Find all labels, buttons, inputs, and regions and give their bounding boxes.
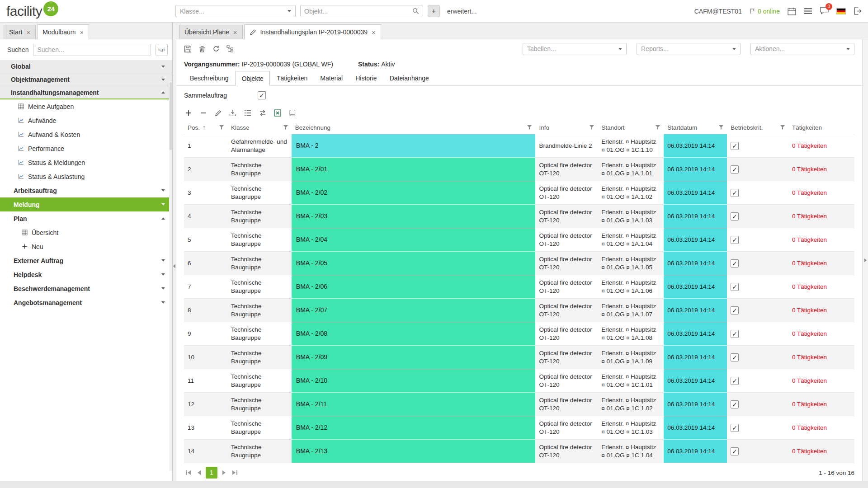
taetigkeiten-link[interactable]: 0 Tätigkeiten: [788, 275, 854, 298]
betriebskrit-checkbox[interactable]: ✓: [731, 165, 739, 174]
collapse-sidebar-icon[interactable]: [173, 264, 175, 268]
delete-button[interactable]: [198, 45, 206, 53]
taetigkeiten-link[interactable]: 0 Tätigkeiten: [788, 205, 854, 228]
detail-tab-tätigkeiten[interactable]: Tätigkeiten: [271, 71, 313, 85]
detail-tab-historie[interactable]: Historie: [349, 71, 382, 85]
objekt-searchbox[interactable]: [300, 5, 423, 17]
betriebskrit-checkbox[interactable]: ✓: [731, 283, 739, 291]
betriebskrit-checkbox[interactable]: ✓: [731, 212, 739, 221]
sidebar-tab-modulbaum[interactable]: Modulbaum×: [37, 24, 89, 39]
hierarchy-button[interactable]: [226, 45, 234, 52]
tree-item-plan[interactable]: Plan: [0, 211, 172, 225]
scrollbar-thumb[interactable]: [170, 82, 172, 150]
taetigkeiten-link[interactable]: 0 Tätigkeiten: [788, 393, 854, 416]
close-icon[interactable]: ×: [372, 28, 376, 36]
filter-icon[interactable]: [719, 125, 723, 130]
detail-tab-objekte[interactable]: Objekte: [236, 71, 270, 86]
language-flag-de-icon[interactable]: [836, 8, 846, 14]
first-page-button[interactable]: [184, 469, 193, 477]
detail-tab-material[interactable]: Material: [314, 71, 349, 85]
column-header-betriebskrit[interactable]: Betriebskrit.: [727, 121, 788, 134]
tree-item-meldung[interactable]: Meldung: [0, 197, 172, 211]
filter-icon[interactable]: [656, 125, 660, 130]
table-row[interactable]: 2Technische BaugruppeBMA - 2/01Optical f…: [184, 158, 854, 181]
tree-item-übersicht[interactable]: Übersicht: [0, 225, 172, 239]
tree-item-status-meldungen[interactable]: Status & Meldungen: [0, 155, 172, 169]
table-row[interactable]: 9Technische BaugruppeBMA - 2/08Optical f…: [184, 322, 854, 346]
table-row[interactable]: 10Technische BaugruppeBMA - 2/09Optical …: [184, 346, 854, 369]
table-row[interactable]: 6Technische BaugruppeBMA - 2/05Optical f…: [184, 252, 854, 275]
detail-tab-dateianhänge[interactable]: Dateianhänge: [384, 71, 435, 85]
sidebar-tab-start[interactable]: Start×: [4, 25, 36, 39]
table-row[interactable]: 13Technische BaugruppeBMA - 2/12Optical …: [184, 416, 854, 440]
table-row[interactable]: 11Technische BaugruppeBMA - 2/10Optical …: [184, 369, 854, 393]
sammelauftrag-checkbox[interactable]: ✓: [258, 91, 266, 99]
taetigkeiten-link[interactable]: 0 Tätigkeiten: [788, 228, 854, 251]
close-icon[interactable]: ×: [80, 28, 84, 36]
betriebskrit-checkbox[interactable]: ✓: [731, 330, 739, 338]
scroll-right-icon[interactable]: [864, 258, 867, 262]
table-row[interactable]: 4Technische BaugruppeBMA - 2/03Optical f…: [184, 205, 854, 228]
table-row[interactable]: 14Technische BaugruppeBMA - 2/13Optical …: [184, 440, 854, 463]
column-header-tätigkeiten[interactable]: Tätigkeiten: [788, 121, 854, 134]
table-row[interactable]: 12Technische BaugruppeBMA - 2/11Optical …: [184, 393, 854, 416]
column-header-startdatum[interactable]: Startdatum: [664, 121, 727, 134]
refresh-button[interactable]: [212, 45, 220, 52]
tree-item-status-auslastung[interactable]: Status & Auslastung: [0, 169, 172, 183]
list-options-button[interactable]: [244, 109, 251, 117]
close-icon[interactable]: ×: [233, 28, 237, 36]
prev-page-button[interactable]: [196, 469, 203, 477]
column-header-pos[interactable]: Pos.↑: [184, 121, 227, 134]
transfer-button[interactable]: [259, 109, 266, 117]
taetigkeiten-link[interactable]: 0 Tätigkeiten: [788, 416, 854, 439]
detail-tab-beschreibung[interactable]: Beschreibung: [184, 71, 235, 85]
taetigkeiten-link[interactable]: 0 Tätigkeiten: [788, 252, 854, 275]
table-row[interactable]: 7Technische BaugruppeBMA - 2/06Optical f…: [184, 275, 854, 299]
tree-item-objektmanagement[interactable]: Objektmanagement: [0, 73, 172, 86]
betriebskrit-checkbox[interactable]: ✓: [731, 447, 739, 455]
table-row[interactable]: 5Technische BaugruppeBMA - 2/04Optical f…: [184, 228, 854, 252]
objekt-search-input[interactable]: [304, 8, 412, 15]
logout-icon[interactable]: [854, 7, 862, 15]
tree-item-neu[interactable]: Neu: [0, 239, 172, 253]
last-page-button[interactable]: [231, 469, 239, 477]
tree-item-angebotsmanagement[interactable]: Angebotsmanagement: [0, 296, 172, 310]
main-tab-übersicht-pläne[interactable]: Übersicht Pläne×: [179, 25, 243, 39]
sidebar-search-input[interactable]: [33, 44, 151, 56]
menu-icon[interactable]: [804, 8, 812, 14]
tree-item-global[interactable]: Global: [0, 60, 172, 73]
filter-icon[interactable]: [283, 125, 288, 130]
sort-asc-icon[interactable]: ↑: [203, 124, 206, 131]
online-status[interactable]: 0 online: [750, 8, 780, 15]
search-options-button[interactable]: +a+: [156, 44, 168, 56]
taetigkeiten-link[interactable]: 0 Tätigkeiten: [788, 440, 854, 463]
betriebskrit-checkbox[interactable]: ✓: [731, 259, 739, 267]
column-header-klasse[interactable]: Klasse: [227, 121, 292, 134]
filter-icon[interactable]: [590, 125, 594, 130]
edit-row-button[interactable]: [215, 110, 222, 117]
current-page-button[interactable]: 1: [206, 467, 217, 479]
filter-icon[interactable]: [780, 125, 785, 130]
column-header-info[interactable]: Info: [535, 121, 598, 134]
betriebskrit-checkbox[interactable]: ✓: [731, 400, 739, 408]
betriebskrit-checkbox[interactable]: ✓: [731, 189, 739, 197]
tree-item-beschwerdemanagement[interactable]: Beschwerdemanagement: [0, 282, 172, 296]
column-header-bezeichnung[interactable]: Bezeichnung: [292, 121, 536, 134]
taetigkeiten-link[interactable]: 0 Tätigkeiten: [788, 369, 854, 392]
table-row[interactable]: 3Technische BaugruppeBMA - 2/02Optical f…: [184, 181, 854, 205]
table-row[interactable]: 1Gefahrenmelde- und AlarmanlageBMA - 2Br…: [184, 134, 854, 158]
save-button[interactable]: [184, 45, 192, 53]
betriebskrit-checkbox[interactable]: ✓: [731, 424, 739, 432]
betriebskrit-checkbox[interactable]: ✓: [731, 377, 739, 385]
excel-export-button[interactable]: [274, 109, 281, 117]
taetigkeiten-link[interactable]: 0 Tätigkeiten: [788, 134, 854, 157]
table-row[interactable]: 8Technische BaugruppeBMA - 2/07Optical f…: [184, 299, 854, 322]
main-tab-instandhaltungsplan-ip-2019-0000039[interactable]: Instandhaltungsplan IP-2019-0000039×: [244, 24, 381, 39]
tree-item-helpdesk[interactable]: Helpdesk: [0, 267, 172, 282]
betriebskrit-checkbox[interactable]: ✓: [731, 236, 739, 244]
app-logo[interactable]: facility 24: [6, 4, 58, 19]
remove-row-button[interactable]: [200, 109, 207, 117]
tree-item-instandhaltungsmanagement[interactable]: Instandhaltungsmanagement: [0, 86, 172, 99]
tree-item-externer-auftrag[interactable]: Externer Auftrag: [0, 253, 172, 267]
calendar-icon[interactable]: [788, 7, 796, 15]
